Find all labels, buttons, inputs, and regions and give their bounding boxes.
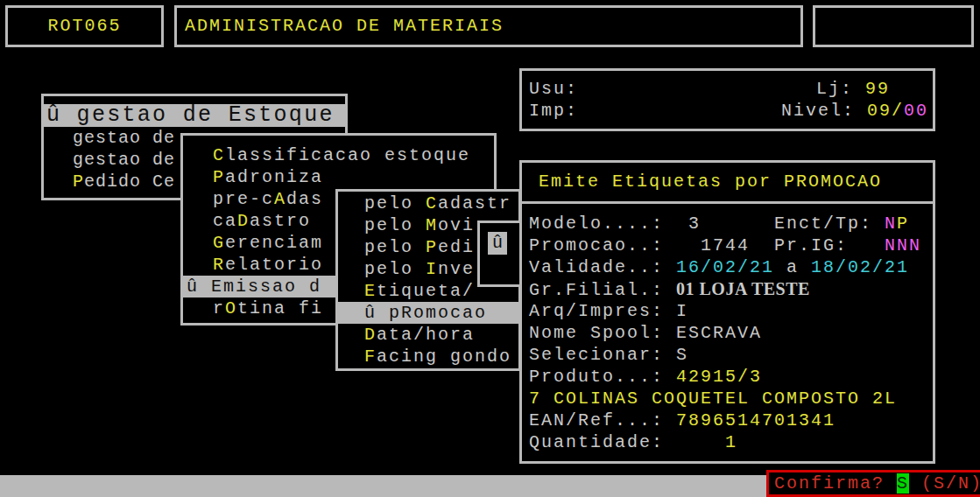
- store-value: 99: [865, 79, 890, 99]
- user-label: Usu:: [529, 78, 578, 100]
- store-label: Lj:: [816, 79, 865, 99]
- gr-filial-label: Gr.Filial.:: [529, 280, 676, 300]
- modelo-label: Modelo....:: [529, 214, 664, 234]
- confirm-answer-input[interactable]: S: [897, 473, 909, 494]
- produto-descricao-text: 7 COLINAS COQUETEL COMPOSTO 2L: [529, 388, 897, 409]
- submenu-marker-icon[interactable]: û: [488, 232, 507, 255]
- menu-item-gestao-de-estoque[interactable]: û gestao de Estoque: [44, 104, 345, 127]
- field-produto: Produto...: 42915/3: [529, 366, 933, 388]
- pr-ig-label: Pr.IG:: [750, 235, 885, 256]
- pr-ig-value[interactable]: NNN: [885, 235, 921, 256]
- menu-item-padroniza[interactable]: Padroniza: [183, 166, 494, 188]
- enct-tp-value-n[interactable]: N: [885, 214, 897, 234]
- session-row-printer: Imp:Nivel: 09/00: [522, 100, 933, 122]
- produto-label: Produto...:: [529, 367, 676, 387]
- field-selecionar: Selecionar: S: [529, 344, 933, 366]
- session-info-box: Usu:Lj: 99 Imp:Nivel: 09/00: [519, 68, 935, 131]
- produto-value[interactable]: 42915/3: [676, 367, 762, 387]
- quantidade-label: Quantidade:: [529, 432, 664, 452]
- level-value-main: 09/: [867, 101, 904, 121]
- menu-item-pelo-cadastro[interactable]: pelo Cadastr: [338, 192, 518, 214]
- validade-sep: a: [774, 257, 811, 277]
- program-code: ROT065: [47, 16, 121, 36]
- confirm-options: (S/N): [909, 473, 980, 494]
- selecionar-label: Selecionar:: [529, 345, 676, 365]
- ean-ref-label: EAN/Ref...:: [529, 410, 676, 430]
- session-row-user: Usu:Lj: 99: [522, 78, 933, 100]
- level-label: Nivel:: [781, 101, 867, 121]
- selecionar-value[interactable]: S: [676, 345, 688, 365]
- enct-tp-label: Enct/Tp:: [701, 214, 885, 234]
- field-promocao: Promocao..: 1744 Pr.IG: NNN: [529, 234, 933, 256]
- modelo-value[interactable]: 3: [664, 214, 701, 234]
- menu-promocao-submenu: û: [477, 220, 523, 287]
- printer-label: Imp:: [529, 100, 578, 122]
- app-title: ADMINISTRACAO DE MATERIAIS: [185, 16, 504, 36]
- field-arq-impres: Arq/Impres: I: [529, 300, 933, 322]
- panel-title: Emite Etiquetas por PROMOCAO: [522, 163, 933, 204]
- field-validade: Validade..: 16/02/21 a 18/02/21: [529, 256, 933, 278]
- header-empty-box: [813, 5, 974, 47]
- nome-spool-value[interactable]: ESCRAVA: [676, 323, 762, 343]
- program-code-box: ROT065: [5, 5, 164, 47]
- nome-spool-label: Nome Spool:: [529, 323, 676, 343]
- menu-item-facing-gondola[interactable]: Facing gondo: [338, 346, 518, 368]
- panel-fields: Modelo....: 3 Enct/Tp: NP Promocao..: 17…: [522, 204, 933, 453]
- field-modelo: Modelo....: 3 Enct/Tp: NP: [529, 213, 933, 234]
- promocao-label: Promocao..:: [529, 235, 664, 256]
- menu-item-classificacao-estoque[interactable]: Classificacao estoque: [183, 144, 494, 166]
- quantidade-value[interactable]: 1: [664, 432, 737, 452]
- validade-label: Validade..:: [529, 257, 676, 277]
- panel-emite-etiquetas: Emite Etiquetas por PROMOCAO Modelo....:…: [519, 160, 935, 464]
- field-ean-ref: EAN/Ref...: 7896514701341: [529, 410, 933, 431]
- produto-descricao: 7 COLINAS COQUETEL COMPOSTO 2L: [529, 388, 933, 410]
- field-gr-filial: Gr.Filial.: 01 LOJA TESTE: [529, 278, 933, 300]
- ean-ref-value[interactable]: 7896514701341: [676, 410, 835, 430]
- arq-impres-value[interactable]: I: [676, 301, 688, 321]
- field-quantidade: Quantidade: 1: [529, 431, 933, 453]
- menu-item-promocao[interactable]: û pRomocao: [338, 302, 518, 324]
- gr-filial-value[interactable]: 01 LOJA TESTE: [676, 279, 810, 298]
- arq-impres-label: Arq/Impres:: [529, 301, 676, 321]
- confirm-question: Confirma?: [774, 473, 897, 494]
- confirm-prompt: Confirma? S (S/N): [766, 470, 980, 497]
- validade-from[interactable]: 16/02/21: [676, 257, 774, 277]
- promocao-value[interactable]: 1744: [664, 235, 750, 256]
- menu-item-data-hora[interactable]: Data/hora: [338, 324, 518, 346]
- app-title-box: ADMINISTRACAO DE MATERIAIS: [174, 5, 803, 47]
- level-value-sub: 00: [904, 101, 928, 121]
- enct-tp-value-p[interactable]: P: [897, 214, 909, 234]
- validade-to[interactable]: 18/02/21: [811, 257, 909, 277]
- field-nome-spool: Nome Spool: ESCRAVA: [529, 322, 933, 344]
